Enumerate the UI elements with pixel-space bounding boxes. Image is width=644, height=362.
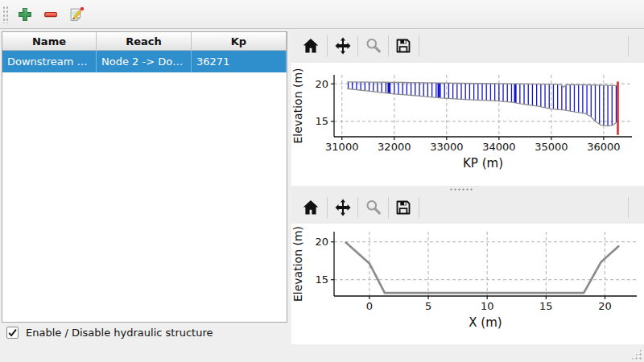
magnifier-icon xyxy=(364,36,383,56)
pan-button[interactable] xyxy=(333,198,353,217)
svg-text:10: 10 xyxy=(481,300,494,312)
svg-text:32000: 32000 xyxy=(378,141,411,153)
main-toolbar xyxy=(0,0,644,29)
svg-text:Elevation (m): Elevation (m) xyxy=(291,226,304,302)
table-row-selected[interactable]: Downstream weir Node 2 -> Down… 36271 xyxy=(2,51,287,72)
kp-profile-toolbar xyxy=(291,30,644,62)
home-button[interactable] xyxy=(301,198,320,217)
cell-kp: 36271 xyxy=(192,51,287,72)
svg-text:31000: 31000 xyxy=(325,141,358,153)
plus-icon xyxy=(16,6,34,23)
home-icon xyxy=(301,36,320,56)
enable-structure-row: Enable / Disable hydraulic structure xyxy=(6,327,213,339)
toolbar-separator xyxy=(419,197,419,218)
svg-text:KP (m): KP (m) xyxy=(463,156,503,171)
horizontal-splitter[interactable] xyxy=(291,186,644,193)
cell-reach: Node 2 -> Down… xyxy=(97,51,192,72)
svg-text:5: 5 xyxy=(425,300,431,312)
svg-text:33000: 33000 xyxy=(430,141,463,153)
toolbar-separator xyxy=(327,197,328,218)
toolbar-separator xyxy=(327,35,328,56)
svg-text:X (m): X (m) xyxy=(469,315,502,330)
add-structure-button[interactable] xyxy=(15,5,35,24)
enable-structure-checkbox[interactable] xyxy=(6,327,19,339)
column-header-kp[interactable]: Kp xyxy=(192,32,287,50)
minus-icon xyxy=(42,6,60,23)
toolbar-separator xyxy=(388,35,389,56)
table-header: Name Reach Kp xyxy=(2,32,287,51)
edit-note-icon xyxy=(68,6,85,23)
home-icon xyxy=(301,198,320,217)
toolbar-separator xyxy=(388,197,389,218)
column-header-reach[interactable]: Reach xyxy=(97,32,192,50)
pan-icon xyxy=(333,198,353,217)
svg-text:15: 15 xyxy=(539,300,553,312)
svg-text:20: 20 xyxy=(315,236,328,248)
home-button[interactable] xyxy=(301,36,320,56)
magnifier-icon xyxy=(364,198,383,217)
save-icon xyxy=(394,198,413,217)
cross-section-panel: 051015201520X (m)Elevation (m) xyxy=(291,193,644,344)
remove-structure-button[interactable] xyxy=(41,5,60,24)
svg-text:15: 15 xyxy=(315,115,328,127)
check-icon xyxy=(7,327,18,338)
toolbar-separator xyxy=(628,35,629,56)
zoom-button[interactable] xyxy=(364,198,383,217)
svg-text:0: 0 xyxy=(366,300,373,312)
zoom-button[interactable] xyxy=(364,36,383,56)
svg-text:36000: 36000 xyxy=(587,141,620,153)
kp-profile-panel: 3100032000330003400035000360001520KP (m)… xyxy=(291,30,644,186)
save-button[interactable] xyxy=(394,198,413,217)
toolbar-separator xyxy=(357,35,358,56)
pan-icon xyxy=(333,36,353,56)
enable-structure-label: Enable / Disable hydraulic structure xyxy=(26,327,213,339)
toolbar-separator xyxy=(357,197,358,218)
column-header-name[interactable]: Name xyxy=(2,32,97,50)
cross-section-chart[interactable]: 051015201520X (m)Elevation (m) xyxy=(291,224,644,344)
save-button[interactable] xyxy=(394,36,413,56)
toolbar-drag-handle[interactable] xyxy=(2,6,9,23)
svg-text:20: 20 xyxy=(315,78,328,90)
kp-profile-chart[interactable]: 3100032000330003400035000360001520KP (m)… xyxy=(291,63,644,186)
svg-text:20: 20 xyxy=(598,300,612,312)
toolbar-separator xyxy=(628,197,629,218)
edit-structure-button[interactable] xyxy=(67,5,86,24)
pan-button[interactable] xyxy=(333,36,353,56)
structures-table: Name Reach Kp Downstream weir Node 2 -> … xyxy=(2,31,287,323)
svg-text:Elevation (m): Elevation (m) xyxy=(291,68,304,143)
cell-name: Downstream weir xyxy=(2,51,97,72)
window-resize-grip[interactable] xyxy=(630,348,642,360)
toolbar-separator xyxy=(419,35,419,56)
svg-text:15: 15 xyxy=(315,274,328,286)
svg-text:34000: 34000 xyxy=(482,141,515,153)
svg-text:35000: 35000 xyxy=(535,141,568,153)
save-icon xyxy=(394,36,413,56)
splitter-handle-icon xyxy=(449,188,473,191)
cross-section-toolbar xyxy=(291,193,644,224)
